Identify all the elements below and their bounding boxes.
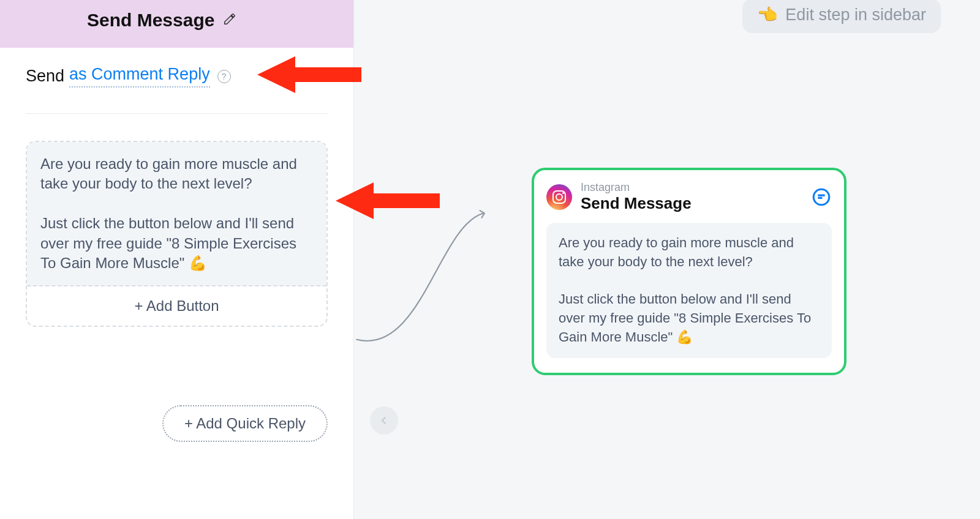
editor-sidebar: Send Message Send as Comment Reply ? Are…: [0, 0, 354, 519]
add-quick-reply-button[interactable]: + Add Quick Reply: [162, 405, 328, 442]
pencil-icon[interactable]: [223, 12, 236, 28]
flow-canvas[interactable]: 👈 Edit step in sidebar Instagram Send Me…: [354, 0, 980, 519]
message-text-input[interactable]: Are you ready to gain more muscle and ta…: [27, 142, 326, 286]
sidebar-title: Send Message: [87, 10, 214, 31]
node-platform-label: Instagram: [581, 181, 692, 194]
send-prefix: Send: [26, 67, 64, 86]
instagram-icon: [546, 184, 572, 210]
node-message-preview: Are you ready to gain more muscle and ta…: [546, 223, 832, 358]
sidebar-header: Send Message: [0, 0, 353, 48]
sidebar-body: Send as Comment Reply ? Are you ready to…: [0, 48, 353, 383]
pointing-hand-icon: 👈: [757, 5, 778, 24]
divider: [26, 113, 328, 114]
edit-step-hint-label: Edit step in sidebar: [785, 6, 926, 24]
send-mode-link[interactable]: as Comment Reply: [69, 65, 210, 88]
edit-step-hint[interactable]: 👈 Edit step in sidebar: [742, 0, 941, 33]
help-icon[interactable]: ?: [217, 70, 231, 83]
flow-node-send-message[interactable]: Instagram Send Message Are you ready to …: [532, 168, 846, 375]
node-header: Instagram Send Message: [546, 181, 832, 213]
chat-bubble-icon: [811, 187, 832, 207]
send-mode-row: Send as Comment Reply ?: [26, 65, 328, 94]
canvas-back-button[interactable]: [370, 406, 398, 435]
message-block: Are you ready to gain more muscle and ta…: [26, 141, 328, 327]
add-button[interactable]: + Add Button: [27, 286, 326, 326]
node-title: Send Message: [581, 194, 692, 213]
